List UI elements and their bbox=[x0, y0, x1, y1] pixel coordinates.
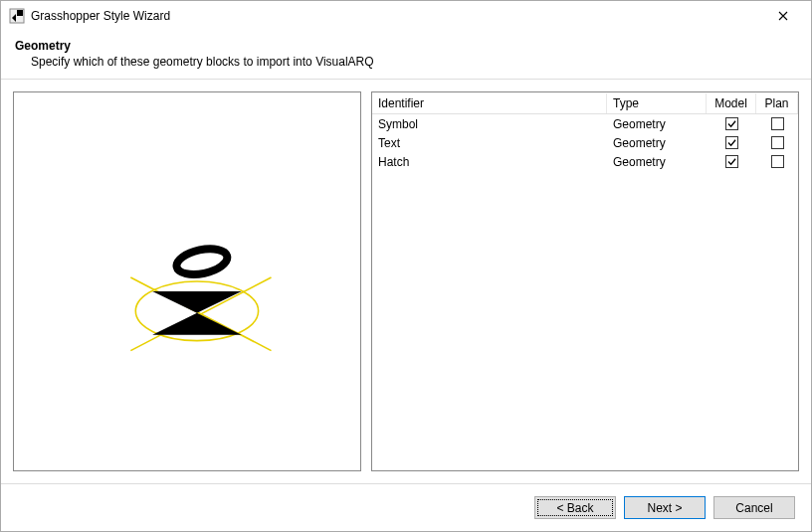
window-title: Grasshopper Style Wizard bbox=[31, 9, 763, 23]
plan-checkbox[interactable] bbox=[771, 117, 784, 130]
geometry-preview-icon bbox=[14, 92, 360, 470]
next-button[interactable]: Next > bbox=[624, 496, 706, 519]
cell-type: Geometry bbox=[607, 135, 707, 151]
back-button[interactable]: < Back bbox=[534, 496, 616, 519]
table-row: Text Geometry bbox=[372, 133, 798, 152]
content-area: Identifier Type Model Plan Symbol Geomet… bbox=[1, 80, 811, 483]
preview-pane bbox=[13, 91, 361, 471]
model-checkbox[interactable] bbox=[725, 117, 738, 130]
svg-rect-2 bbox=[17, 10, 23, 16]
model-checkbox[interactable] bbox=[725, 136, 738, 149]
cell-identifier: Text bbox=[372, 135, 607, 151]
cell-identifier: Symbol bbox=[372, 116, 607, 132]
table-header: Identifier Type Model Plan bbox=[372, 92, 798, 114]
col-identifier[interactable]: Identifier bbox=[372, 93, 607, 113]
wizard-footer: < Back Next > Cancel bbox=[1, 483, 811, 531]
plan-checkbox[interactable] bbox=[771, 136, 784, 149]
col-plan[interactable]: Plan bbox=[756, 93, 798, 113]
geometry-table: Identifier Type Model Plan Symbol Geomet… bbox=[371, 91, 799, 471]
cell-type: Geometry bbox=[607, 116, 707, 132]
page-title: Geometry bbox=[15, 39, 797, 53]
cell-type: Geometry bbox=[607, 154, 707, 170]
page-subtitle: Specify which of these geometry blocks t… bbox=[31, 55, 797, 69]
close-icon bbox=[778, 11, 788, 21]
titlebar: Grasshopper Style Wizard bbox=[1, 1, 811, 31]
wizard-window: Grasshopper Style Wizard Geometry Specif… bbox=[0, 0, 812, 532]
col-model[interactable]: Model bbox=[707, 93, 756, 113]
cell-identifier: Hatch bbox=[372, 154, 607, 170]
close-button[interactable] bbox=[763, 2, 803, 30]
app-icon bbox=[9, 8, 25, 24]
plan-checkbox[interactable] bbox=[771, 155, 784, 168]
table-row: Hatch Geometry bbox=[372, 152, 798, 171]
wizard-header: Geometry Specify which of these geometry… bbox=[1, 31, 811, 80]
table-body: Symbol Geometry Text Geometry Hatch Geom… bbox=[372, 114, 798, 171]
cancel-button[interactable]: Cancel bbox=[713, 496, 795, 519]
model-checkbox[interactable] bbox=[725, 155, 738, 168]
col-type[interactable]: Type bbox=[607, 93, 707, 113]
table-row: Symbol Geometry bbox=[372, 114, 798, 133]
svg-point-3 bbox=[174, 245, 230, 278]
